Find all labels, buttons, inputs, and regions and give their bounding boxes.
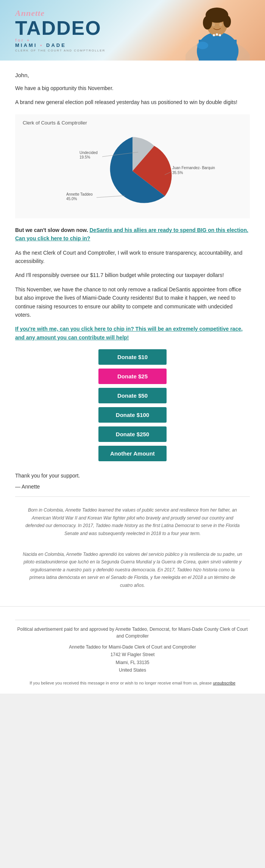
divider-1 <box>15 496 250 497</box>
signature: — Annette <box>15 482 250 491</box>
paragraph-6: This November, we have the chance to not… <box>15 285 250 319</box>
donate-100-button[interactable]: Donate $100 <box>98 407 167 423</box>
donate-10-button[interactable]: Donate $10 <box>98 349 167 365</box>
chart-title: Clerk of Courts & Comptroller <box>23 120 242 126</box>
bio-spanish: Nacida en Colombia, Annette Taddeo apren… <box>15 547 250 593</box>
svg-point-8 <box>212 23 215 26</box>
value-undecided: 19.5% <box>80 155 90 159</box>
bold-text: But we can't slow down now. <box>15 227 88 233</box>
svg-point-9 <box>219 23 222 26</box>
donate-250-button[interactable]: Donate $250 <box>98 426 167 442</box>
unsubscribe-link[interactable]: unsubscribe <box>213 681 235 685</box>
logo-area: Annette TADDEO for ✦ MIAMI • DADE CLERK … <box>15 8 174 52</box>
logo-name: TADDEO <box>15 18 174 38</box>
bio-english-text: Born in Colombia, Annette Taddeo learned… <box>23 506 242 537</box>
paragraph-1: We have a big opportunity this November. <box>15 84 250 92</box>
pie-chart-svg: Undecided 19.5% Juan Fernandez- Barquin … <box>23 129 242 213</box>
email-container: Annette TADDEO for ✦ MIAMI • DADE CLERK … <box>0 0 265 694</box>
portrait-svg <box>186 2 250 61</box>
address-line4: United States <box>119 667 146 673</box>
label-juan: Juan Fernandez- Barquin <box>172 166 215 170</box>
svg-point-10 <box>213 34 215 36</box>
svg-point-7 <box>223 16 231 28</box>
paragraph-7: If you're with me, can you click here to… <box>15 325 250 342</box>
donate-25-button[interactable]: Donate $25 <box>98 369 167 384</box>
chart-container: Clerk of Courts & Comptroller <box>15 114 250 218</box>
header-banner: Annette TADDEO for ✦ MIAMI • DADE CLERK … <box>0 0 265 61</box>
footer-divider <box>15 620 250 620</box>
another-amount-button[interactable]: Another Amount <box>98 446 167 461</box>
svg-point-11 <box>216 33 218 36</box>
bio-english: Born in Colombia, Annette Taddeo learned… <box>15 502 250 541</box>
chip-in-link-2[interactable]: If you're with me, can you click here to… <box>15 326 243 340</box>
thank-you-text: Thank you for your support. <box>15 473 250 479</box>
paragraph-2: A brand new general election poll releas… <box>15 98 250 106</box>
svg-point-12 <box>219 34 221 36</box>
value-juan: 35.5% <box>172 171 183 175</box>
label-annette: Annette Taddeo <box>66 192 93 196</box>
paragraph-4: As the next Clerk of Court and Comptroll… <box>15 249 250 266</box>
paragraph-3: But we can't slow down now. DeSantis and… <box>15 226 250 243</box>
footer-unsubscribe: If you believe you received this message… <box>15 680 250 686</box>
donate-50-button[interactable]: Donate $50 <box>98 388 167 403</box>
footer-section: Political advertisement paid for and app… <box>0 606 265 694</box>
footer-address: Annette Taddeo for Miami-Dade Clerk of C… <box>15 643 250 674</box>
pie-chart-wrapper: Undecided 19.5% Juan Fernandez- Barquin … <box>23 129 242 213</box>
svg-point-13 <box>197 42 208 49</box>
paragraph-5: And I'll responsibly oversee our $11.7 b… <box>15 271 250 279</box>
address-line2: 1742 W Flagler Street <box>111 652 155 657</box>
logo-subtitle: CLERK OF THE COURT AND COMPTROLLER <box>15 49 174 52</box>
label-undecided: Undecided <box>80 151 98 155</box>
body-content: John, We have a big opportunity this Nov… <box>0 61 265 600</box>
portrait-area <box>174 0 250 61</box>
value-annette: 45.0% <box>66 197 77 201</box>
donate-section: Donate $10 Donate $25 Donate $50 Donate … <box>15 349 250 461</box>
svg-line-16 <box>97 196 125 198</box>
unsubscribe-text: If you believe you received this message… <box>30 681 212 685</box>
bio-spanish-text: Nacida en Colombia, Annette Taddeo apren… <box>23 551 242 589</box>
logo-for: for ✦ <box>15 38 174 42</box>
footer-legal: Political advertisement paid for and app… <box>15 626 250 639</box>
address-line3: Miami, FL 33135 <box>116 660 150 665</box>
logo-location: MIAMI • DADE <box>15 42 174 48</box>
greeting: John, <box>15 72 250 78</box>
address-line1: Annette Taddeo for Miami-Dade Clerk of C… <box>69 644 196 650</box>
svg-point-6 <box>203 16 212 30</box>
